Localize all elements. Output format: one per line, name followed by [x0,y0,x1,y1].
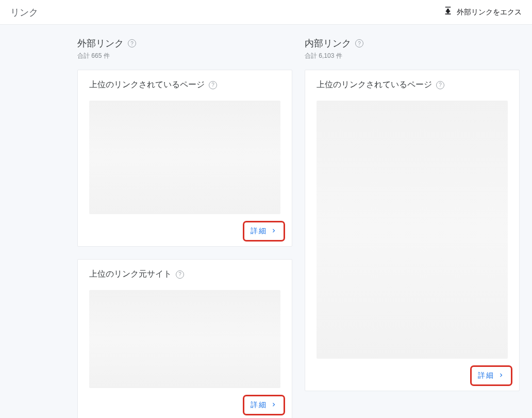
details-button[interactable]: 詳細 [245,223,282,239]
blurred-content [89,101,280,214]
help-icon[interactable]: ? [436,81,444,89]
blurred-content [89,290,280,388]
blurred-content [317,101,508,359]
help-icon[interactable]: ? [128,39,136,47]
content-area: 外部リンク ? 合計 665 件 上位のリンクされているページ ? 詳細 [0,25,532,418]
details-label: 詳細 [251,227,267,236]
top-linked-pages-internal-card: 上位のリンクされているページ ? 詳細 [305,70,520,391]
external-links-header: 外部リンク ? 合計 665 件 [77,37,292,60]
chevron-right-icon [270,401,277,410]
card-title: 上位のリンクされているページ [317,79,432,90]
details-label: 詳細 [478,371,494,380]
internal-links-column: 内部リンク ? 合計 6,103 件 上位のリンクされているページ ? 詳細 [305,37,520,418]
internal-links-title: 内部リンク [305,37,351,50]
chevron-right-icon [270,227,277,236]
export-external-links-button[interactable]: 外部リンクをエクス [443,4,522,21]
page-title: リンク [10,6,38,19]
internal-links-total: 合計 6,103 件 [305,52,520,60]
details-button[interactable]: 詳細 [473,368,510,383]
external-links-column: 外部リンク ? 合計 665 件 上位のリンクされているページ ? 詳細 [77,37,292,418]
export-label: 外部リンクをエクス [457,8,522,17]
help-icon[interactable]: ? [176,270,184,279]
internal-links-header: 内部リンク ? 合計 6,103 件 [305,37,520,60]
download-icon [443,7,453,18]
card-title: 上位のリンク元サイト [89,269,172,280]
details-button[interactable]: 詳細 [245,397,282,413]
chevron-right-icon [497,372,505,380]
external-links-title: 外部リンク [77,37,124,50]
card-title: 上位のリンクされているページ [89,79,205,90]
help-icon[interactable]: ? [209,81,217,89]
top-linking-sites-card: 上位のリンク元サイト ? 詳細 [77,259,292,418]
help-icon[interactable]: ? [355,39,363,47]
details-label: 詳細 [251,400,267,410]
page-header: リンク 外部リンクをエクス [0,0,532,25]
external-links-total: 合計 665 件 [77,52,292,60]
top-linked-pages-card: 上位のリンクされているページ ? 詳細 [77,70,292,247]
